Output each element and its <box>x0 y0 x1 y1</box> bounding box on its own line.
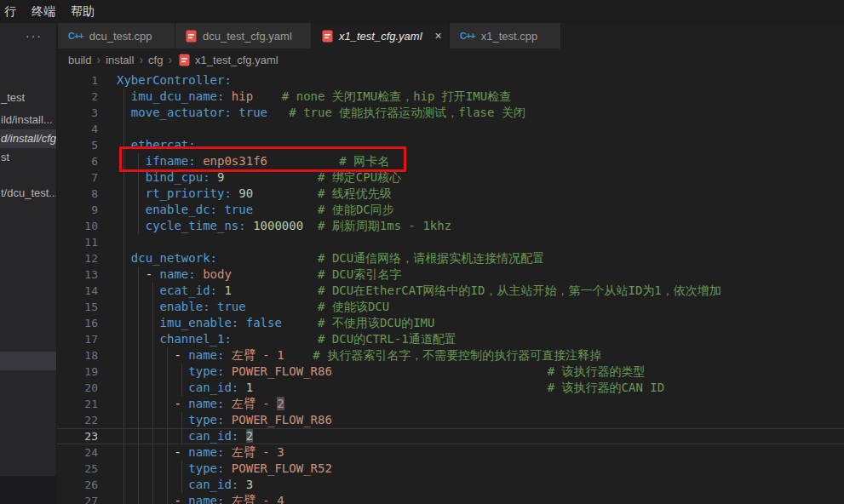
token: 1000000 <box>246 219 303 232</box>
token: # 不使用该DCU的IMU <box>282 316 435 329</box>
code-line[interactable]: 4 <box>57 121 844 137</box>
code-line[interactable]: 17 channel_1: # DCU的CTRL-1通道配置 <box>57 331 844 347</box>
chevron-right-icon: › <box>95 53 102 66</box>
token: true <box>232 106 267 119</box>
indent-guide <box>123 380 124 396</box>
line-number: 17 <box>57 331 98 347</box>
code-line[interactable]: 24 - name: 左臂 - 3 <box>57 444 844 461</box>
breadcrumb-item-install[interactable]: install <box>106 54 134 66</box>
code-line[interactable]: 10 cycle_time_ns: 1000000 # 刷新周期1ms - 1k… <box>57 218 844 234</box>
line-number: 8 <box>57 186 98 202</box>
code-line[interactable]: 11 <box>57 234 844 250</box>
tab-x1_test.cpp[interactable]: C++x1_test.cpp <box>450 23 561 49</box>
indent-guide <box>123 89 124 105</box>
indent-guide <box>138 412 139 428</box>
code-editor[interactable]: 1XyberController:2 imu_dcu_name: hip # n… <box>57 71 844 504</box>
code-line[interactable]: 1XyberController: <box>57 72 844 89</box>
token: # DCU通信网络，请根据实机连接情况配置 <box>217 251 544 265</box>
code-line[interactable]: 23 can_id: 2 <box>57 428 844 444</box>
code-line[interactable]: 20 can_id: 1 # 该执行器的CAN ID <box>57 380 844 396</box>
indent-guide <box>123 299 124 315</box>
menu-item-3[interactable]: 帮助 <box>61 3 104 21</box>
breadcrumb-item-cfg[interactable]: cfg <box>148 54 163 66</box>
token: false <box>238 316 282 329</box>
indent-guide <box>152 461 153 477</box>
code-line[interactable]: 21 - name: 左臂 - 2 <box>57 396 844 412</box>
cpp-file-icon: C++ <box>68 31 83 41</box>
token: cycle_time_ns: <box>117 219 246 232</box>
more-actions-icon[interactable]: ··· <box>26 29 43 43</box>
token: POWER_FLOW_R86 <box>224 364 331 378</box>
code-text: rt_priority: 90 # 线程优先级 <box>98 186 392 200</box>
token: 1 <box>217 284 232 297</box>
code-line[interactable]: 19 type: POWER_FLOW_R86 # 该执行器的类型 <box>57 364 844 380</box>
code-text: - name: body # DCU索引名字 <box>98 267 401 281</box>
token: # 该执行器的CAN ID <box>253 381 664 394</box>
line-number: 5 <box>57 137 98 153</box>
indent-guide <box>123 477 124 493</box>
yaml-file-icon <box>322 30 333 43</box>
yaml-file-icon <box>186 30 197 43</box>
code-line[interactable]: 18 - name: 左臂 - 1 # 执行器索引名字，不需要控制的执行器可直接… <box>57 347 844 364</box>
line-number: 13 <box>57 266 98 283</box>
line-number: 22 <box>57 412 98 428</box>
chevron-right-icon: › <box>137 53 145 66</box>
breadcrumb-item-build[interactable]: build <box>68 54 91 66</box>
code-text: type: POWER_FLOW_R86 # 该执行器的类型 <box>98 364 646 378</box>
code-text: ifname: enp0s31f6 # 网卡名 <box>98 154 389 168</box>
side-panel-item[interactable]: d/install/cfg <box>0 129 57 148</box>
tab-x1_test_cfg.yaml[interactable]: x1_test_cfg.yaml× <box>312 23 450 49</box>
code-line[interactable]: 7 bind_cpu: 9 # 绑定CPU核心 <box>57 169 844 186</box>
side-panel-item[interactable]: st <box>0 148 57 167</box>
code-line[interactable]: 15 enable: true # 使能该DCU <box>57 299 844 315</box>
tab-label: x1_test.cpp <box>481 30 538 43</box>
tab-dcu_test_cfg.yaml[interactable]: dcu_test_cfg.yaml <box>175 23 312 49</box>
code-line[interactable]: 27 - name: 左臂 - 4 <box>57 493 844 504</box>
code-line[interactable]: 25 type: POWER_FLOW_R52 <box>57 461 844 477</box>
token: # none 关闭IMU检查，hip 打开IMU检查 <box>253 89 511 103</box>
token: name: <box>188 445 224 459</box>
indent-guide <box>181 461 182 477</box>
tab-label: x1_test_cfg.yaml <box>339 30 422 43</box>
highlighted-token: 2 <box>277 397 284 410</box>
token: imu_dcu_name: <box>117 89 224 103</box>
code-line[interactable]: 6 ifname: enp0s31f6 # 网卡名 <box>57 153 844 169</box>
token: bind_cpu: <box>117 170 210 184</box>
indent-guide <box>138 202 139 218</box>
indent-guide <box>181 380 182 396</box>
side-panel-item[interactable]: t/dcu_test... <box>0 184 57 203</box>
code-line[interactable]: 3 move_actuator: true # true 使能执行器运动测试，f… <box>57 105 844 121</box>
indent-guide <box>138 283 139 299</box>
indent-guide <box>138 186 139 202</box>
close-icon[interactable]: × <box>435 29 442 43</box>
code-line[interactable]: 5 ethercat: <box>57 137 844 153</box>
code-line[interactable]: 26 can_id: 3 <box>57 477 844 493</box>
indent-guide <box>123 218 124 234</box>
side-panel-item[interactable] <box>0 352 57 370</box>
line-number: 19 <box>57 364 98 380</box>
tab-dcu_test.cpp[interactable]: C++dcu_test.cpp <box>58 23 175 49</box>
code-line[interactable]: 13 - name: body # DCU索引名字 <box>57 266 844 283</box>
indent-guide <box>152 428 153 444</box>
code-line[interactable]: 16 imu_enable: false # 不使用该DCU的IMU <box>57 315 844 331</box>
indent-guide <box>138 169 139 186</box>
line-number: 7 <box>57 169 98 186</box>
token: # DCU的CTRL-1通道配置 <box>232 332 456 346</box>
code-line[interactable]: 12 dcu_network: # DCU通信网络，请根据实机连接情况配置 <box>57 250 844 266</box>
code-line[interactable]: 8 rt_priority: 90 # 线程优先级 <box>57 186 844 202</box>
menu-item-2[interactable]: 终端 <box>22 3 65 21</box>
breadcrumb-file[interactable]: x1_test_cfg.yaml <box>195 54 278 66</box>
side-panel-item[interactable]: ild/install... <box>0 111 57 129</box>
code-line[interactable]: 22 type: POWER_FLOW_R86 <box>57 412 844 428</box>
code-text: move_actuator: true # true 使能执行器运动测试，fla… <box>98 106 525 119</box>
token: true <box>210 300 246 313</box>
indent-guide <box>167 444 168 461</box>
code-line[interactable]: 2 imu_dcu_name: hip # none 关闭IMU检查，hip 打… <box>57 89 844 105</box>
token: ifname: <box>117 154 196 168</box>
code-line[interactable]: 9 enable_dc: true # 使能DC同步 <box>57 202 844 218</box>
code-line[interactable]: 14 ecat_id: 1 # DCU在EtherCAT网络中的ID，从主站开始… <box>57 283 844 299</box>
line-number: 21 <box>57 396 98 412</box>
side-panel-item[interactable]: _test <box>0 89 57 107</box>
code-text: dcu_network: # DCU通信网络，请根据实机连接情况配置 <box>98 251 544 265</box>
token: ethercat: <box>117 138 196 152</box>
